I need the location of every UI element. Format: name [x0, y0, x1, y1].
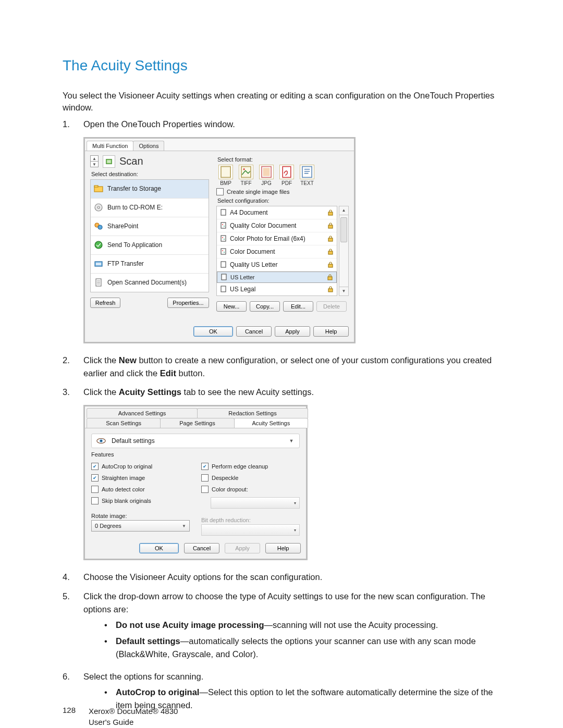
bold-edit: Edit — [160, 368, 176, 378]
scrollbar[interactable]: ▲ ▼ — [339, 206, 349, 296]
cancel-button[interactable]: Cancel — [236, 326, 272, 337]
format-text[interactable]: TEXT — [298, 165, 316, 186]
checkbox-icon — [201, 486, 209, 493]
step-number: 4. — [63, 571, 83, 584]
step-5: 5. Click the drop-down arrow to choose t… — [63, 590, 506, 664]
svg-point-5 — [97, 206, 100, 208]
tab-scan[interactable]: Scan Settings — [87, 418, 161, 428]
app-icon — [94, 240, 103, 250]
chevron-down-icon: ▼ — [182, 524, 186, 528]
new-button[interactable]: New... — [216, 301, 247, 312]
tab-acuity[interactable]: Acuity Settings — [234, 418, 308, 428]
svg-rect-20 — [328, 212, 333, 215]
option-label: Straighten image — [102, 475, 145, 481]
copy-button[interactable]: Copy... — [250, 301, 280, 312]
lock-icon — [327, 262, 334, 268]
scan-title: Scan — [119, 155, 143, 167]
select-format-label: Select format: — [217, 156, 349, 163]
page-bw-icon — [220, 209, 227, 216]
dest-sharepoint[interactable]: SharePoint — [91, 217, 209, 236]
checkbox-icon — [201, 474, 209, 482]
tab-redaction[interactable]: Redaction Settings — [197, 408, 308, 418]
dest-burn-cd[interactable]: Burn to CD-ROM E: — [91, 199, 209, 217]
create-single-checkbox[interactable]: Create single image files — [216, 188, 349, 195]
scan-icon — [103, 155, 115, 168]
scroll-down-icon[interactable]: ▼ — [339, 287, 348, 295]
sharepoint-icon — [94, 221, 103, 231]
ok-button[interactable]: OK — [139, 543, 179, 553]
format-bmp[interactable]: BMP — [216, 165, 235, 186]
option-label: Color dropout: — [212, 486, 248, 492]
cfg-quality-color[interactable]: Quality Color Document — [217, 219, 337, 232]
rotate-select[interactable]: 0 Degrees▼ — [91, 520, 190, 532]
cfg-quality-us-letter[interactable]: Quality US Letter — [217, 258, 337, 272]
eye-icon — [96, 436, 106, 446]
tab-multi-function[interactable]: Multi Function — [87, 141, 133, 151]
opt-auto-color[interactable]: Auto detect color — [91, 486, 190, 493]
tab-advanced[interactable]: Advanced Settings — [87, 408, 198, 418]
footer-line-1: Xerox® DocuMate® 4830 — [89, 707, 178, 715]
page-title: The Acuity Settings — [63, 57, 506, 74]
refresh-button[interactable]: Refresh — [90, 298, 120, 308]
page-bw-icon — [220, 286, 227, 292]
preset-dropdown[interactable]: Default settings ▼ — [91, 434, 300, 448]
scroll-up-icon[interactable]: ▲ — [339, 206, 348, 215]
bold: AutoCrop to original — [116, 687, 199, 697]
bold: Do not use Acuity image processing — [116, 620, 264, 630]
tab-page[interactable]: Page Settings — [160, 418, 234, 428]
dest-open-scanned[interactable]: Open Scanned Document(s) — [91, 274, 209, 292]
dest-label: Burn to CD-ROM E: — [107, 204, 163, 211]
cfg-us-letter[interactable]: US Letter — [217, 272, 337, 283]
bold: Default settings — [116, 636, 180, 646]
bullet-default-settings: Default settings—automatically selects t… — [104, 635, 506, 661]
help-button[interactable]: Help — [265, 543, 301, 553]
text: button to create a new configuration, or… — [83, 355, 492, 378]
tabbar: Multi Function Options — [85, 139, 354, 151]
cfg-color-photo[interactable]: Color Photo for Email (6x4) — [217, 232, 337, 245]
opt-edge-cleanup[interactable]: ✔Perform edge cleanup — [201, 463, 300, 470]
format-label: PDF — [282, 180, 292, 186]
help-button[interactable]: Help — [313, 326, 349, 337]
lock-icon — [327, 286, 334, 292]
step-number: 1. — [63, 118, 83, 131]
step-1: 1. Open the OneTouch Properties window. — [63, 118, 506, 131]
option-label: Despeckle — [212, 475, 238, 481]
cfg-us-legal[interactable]: US Legal — [217, 283, 337, 295]
bold-acuity: Acuity Settings — [119, 387, 181, 397]
text: Click the — [83, 355, 119, 365]
page-bw-icon — [221, 274, 227, 280]
cfg-color-doc[interactable]: Color Document — [217, 245, 337, 258]
format-jpg[interactable]: JPG — [257, 165, 276, 186]
step-number: 5. — [63, 590, 83, 664]
checkbox-checked-icon: ✔ — [91, 463, 99, 470]
svg-point-8 — [95, 241, 102, 249]
cfg-label: US Letter — [230, 274, 254, 280]
opt-autocrop[interactable]: ✔AutoCrop to original — [91, 463, 190, 470]
dest-send-to-app[interactable]: Send To Application — [91, 236, 209, 255]
format-pdf[interactable]: PDF — [277, 165, 296, 186]
cfg-a4[interactable]: A4 Document — [217, 206, 337, 219]
page-footer: 128 Xerox® DocuMate® 4830 User's Guide — [63, 706, 178, 727]
ok-button[interactable]: OK — [193, 326, 233, 337]
footer-line-2: User's Guide — [89, 718, 133, 726]
apply-button[interactable]: Apply — [275, 326, 310, 337]
dest-transfer-to-storage[interactable]: Transfer to Storage — [91, 180, 209, 199]
dest-ftp[interactable]: FTP Transfer — [91, 255, 209, 274]
checkbox-icon — [91, 486, 99, 493]
opt-color-dropout[interactable]: Color dropout: — [201, 486, 300, 493]
bullet-no-acuity: Do not use Acuity image processing—scann… — [104, 619, 506, 632]
edit-button[interactable]: Edit... — [283, 301, 313, 312]
scroll-thumb[interactable] — [340, 217, 347, 242]
opt-straighten[interactable]: ✔Straighten image — [91, 474, 190, 482]
spinner[interactable]: ▲▼ — [90, 155, 99, 167]
format-tiff[interactable]: TIFF — [237, 165, 255, 186]
cancel-button[interactable]: Cancel — [184, 543, 219, 553]
opt-despeckle[interactable]: Despeckle — [201, 474, 300, 482]
properties-button[interactable]: Properties... — [167, 298, 209, 308]
svg-rect-33 — [221, 262, 226, 267]
step-number: 2. — [63, 354, 83, 380]
svg-rect-36 — [328, 277, 332, 280]
svg-rect-19 — [221, 209, 226, 215]
tab-options[interactable]: Options — [133, 141, 164, 151]
opt-skip-blank[interactable]: Skip blank originals — [91, 497, 190, 504]
